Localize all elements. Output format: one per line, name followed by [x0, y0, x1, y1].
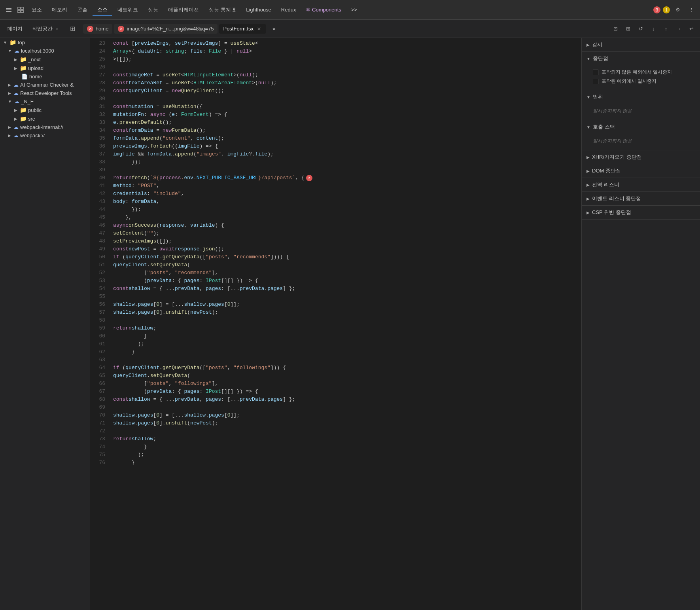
panel-toggle-icon[interactable]: ⊡ [610, 23, 621, 34]
cloud-icon: ☁ [13, 124, 19, 130]
code-line: return fetch(`${process.env.NEXT_PUBLIC_… [113, 174, 581, 182]
debug-arrow-icon: ▶ [586, 169, 590, 173]
sidebar-item-localhost[interactable]: ▼ ☁ localhost:3000 [0, 47, 90, 55]
second-toolbar: 페이지 작업공간 » ⊞ ✕ home ✕ image?url=%2F_n...… [0, 20, 700, 38]
code-line: async onSuccess(response, variable) { [113, 222, 581, 229]
line-number: 53 [90, 277, 105, 285]
tab-console[interactable]: 콘솔 [72, 4, 92, 16]
postform-close-icon[interactable]: ✕ [256, 26, 262, 32]
sidebar-item-top[interactable]: ▼ 📁 top [0, 38, 90, 47]
code-line: ); [113, 340, 581, 348]
debug-section-content-callstack: 일시중지되지 않음 [582, 134, 700, 150]
debug-section-header-breakpoints[interactable]: ▼중단점 [582, 52, 700, 65]
code-line: const formData = new FormData(); [113, 127, 581, 135]
line-number: 42 [90, 190, 105, 198]
kebab-menu-icon[interactable]: ⋮ [686, 4, 697, 15]
code-line: const shallow = { ...prevData, pages: [.… [113, 396, 581, 404]
line-number: 35 [90, 135, 105, 142]
code-container: 2324252627282930313233343536373839404142… [90, 38, 581, 610]
devtools-menu-icon[interactable] [3, 4, 14, 15]
code-line: body: formData, [113, 198, 581, 206]
debug-checkbox[interactable] [593, 79, 598, 84]
debug-checkbox[interactable] [593, 70, 598, 75]
step-up-icon[interactable]: ↑ [660, 23, 672, 34]
sidebar-item-next[interactable]: ▶ 📁 _next [0, 55, 90, 64]
line-number: 46 [90, 222, 105, 229]
tab-elements[interactable]: 요소 [27, 4, 47, 16]
code-line: return shallow; [113, 435, 581, 443]
file-tab-image[interactable]: ✕ image?url=%2F_n....png&w=48&q=75 [114, 24, 218, 34]
tab-perf-stats[interactable]: 성능 통계 ⊻ [204, 4, 241, 16]
tab-lighthouse[interactable]: Lighthouse [241, 4, 276, 15]
debug-arrow-icon: ▶ [586, 43, 590, 47]
sidebar-item-upload[interactable]: ▶ 📁 upload [0, 64, 90, 72]
line-number: 61 [90, 340, 105, 348]
line-number: 43 [90, 198, 105, 206]
debug-section-header-dom[interactable]: ▶DOM 중단점 [582, 164, 700, 178]
debug-section-dom: ▶DOM 중단점 [582, 164, 700, 178]
tab-source[interactable]: 소스 [93, 4, 112, 16]
debug-section-header-watch[interactable]: ▶감시 [582, 38, 700, 51]
split-icon[interactable]: ⊞ [622, 23, 634, 34]
sidebar-item-home-file[interactable]: 📄 home [0, 72, 90, 81]
line-number: 55 [90, 293, 105, 301]
debug-section-header-csp[interactable]: ▶CSP 위반 중단점 [582, 206, 700, 219]
sidebar-item-webpack[interactable]: ▶ ☁ webpack:// [0, 131, 90, 140]
tab-more[interactable]: >> [346, 4, 362, 15]
tab-memory[interactable]: 메모리 [47, 4, 72, 16]
debug-section-label: 감시 [592, 41, 602, 48]
toggle-sidebar-icon[interactable]: ⊞ [67, 23, 78, 34]
sidebar-item-ai-grammar[interactable]: ▶ ☁ AI Grammar Checker & [0, 81, 90, 89]
tab-redux[interactable]: Redux [276, 4, 301, 15]
tab-application[interactable]: 애플리케이션 [163, 4, 204, 16]
debug-section-header-eventlistener[interactable]: ▶이벤트 리스너 중단점 [582, 192, 700, 205]
debug-section-header-xhr[interactable]: ▶XHR/가져오기 중단점 [582, 150, 700, 164]
code-line: shallow.pages[0] = [...shallow.pages[0]]… [113, 411, 581, 419]
refresh-icon[interactable]: ↺ [635, 23, 646, 34]
tab-performance[interactable]: 성능 [143, 4, 163, 16]
sidebar-item-ne[interactable]: ▼ ☁ _N_E [0, 97, 90, 106]
home-error-indicator: ✕ [87, 26, 93, 32]
cloud-icon: ☁ [13, 82, 19, 88]
code-line: }); [113, 206, 581, 214]
workspace-tab[interactable]: 작업공간 » [28, 23, 62, 34]
line-number: 41 [90, 182, 105, 190]
sidebar-item-webpack-internal[interactable]: ▶ ☁ webpack-internal:// [0, 123, 90, 131]
line-number: 63 [90, 356, 105, 364]
main-layout: ▼ 📁 top ▼ ☁ localhost:3000 ▶ 📁 _next ▶ 📁… [0, 38, 700, 610]
sidebar-item-react-dev-tools[interactable]: ▶ ☁ React Developer Tools [0, 89, 90, 97]
code-line: ); [113, 451, 581, 459]
line-number: 75 [90, 451, 105, 459]
inspect-icon[interactable] [15, 4, 26, 15]
tab-network[interactable]: 네트워크 [113, 4, 143, 16]
arrow-icon: ▶ [14, 108, 17, 112]
error-badge: 3 [653, 6, 660, 13]
code-line: setPreviewImgs([]); [113, 237, 581, 245]
debug-section-label: CSP 위반 중단점 [592, 209, 631, 216]
file-tab-home[interactable]: ✕ home [83, 24, 113, 34]
code-line: } [113, 443, 581, 451]
code-line: const imageRef = useRef<HTMLInputElement… [113, 71, 581, 79]
more-tabs[interactable]: » [268, 23, 280, 34]
page-tab[interactable]: 페이지 [3, 23, 26, 34]
debug-checkbox-label: 포착된 예외에서 일시중지 [602, 78, 656, 85]
debug-section-header-callstack[interactable]: ▼호출 스택 [582, 120, 700, 134]
debug-section-header-scope[interactable]: ▼범위 [582, 90, 700, 104]
step-right-icon[interactable]: → [673, 23, 684, 34]
code-editor[interactable]: 2324252627282930313233343536373839404142… [90, 38, 581, 610]
line-number: 76 [90, 459, 105, 467]
line-number: 71 [90, 419, 105, 427]
file-tab-postform[interactable]: PostForm.tsx ✕ [219, 24, 266, 34]
arrow-icon: ▶ [8, 133, 11, 138]
line-number: 56 [90, 301, 105, 309]
settings-icon[interactable]: ⚙ [672, 4, 683, 15]
tab-components[interactable]: ⚛ Components [301, 4, 346, 15]
line-number: 51 [90, 261, 105, 269]
debug-section-label: 중단점 [593, 55, 608, 62]
debug-section-header-globallistener[interactable]: ▶전역 리스너 [582, 178, 700, 191]
step-down-icon[interactable]: ↓ [648, 23, 659, 34]
line-number: 39 [90, 166, 105, 174]
sidebar-item-src[interactable]: ▶ 📁 src [0, 114, 90, 123]
step-back-icon[interactable]: ↩ [686, 23, 697, 34]
sidebar-item-public[interactable]: ▶ 📁 public [0, 106, 90, 114]
